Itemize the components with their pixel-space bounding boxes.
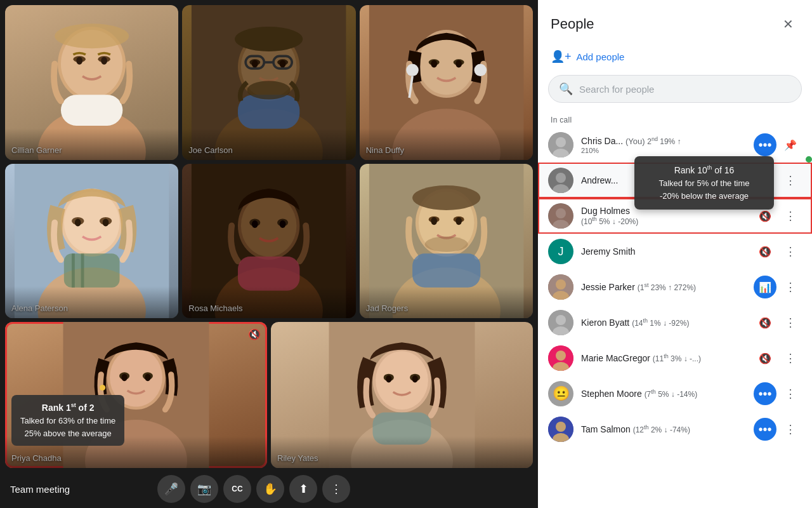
dug-more-button[interactable]: ⋮ [779, 204, 802, 227]
people-panel: People ✕ 👤+ Add people 🔍 In call [538, 0, 812, 508]
svg-point-6 [76, 57, 82, 65]
svg-point-41 [103, 218, 109, 226]
close-icon: ✕ [783, 17, 794, 32]
svg-point-16 [252, 60, 258, 67]
jeremy-avatar-letter: J [558, 245, 564, 258]
mic-button[interactable]: 🎤 [157, 475, 185, 503]
priya-tooltip-talked: Talked for 63% of the time [20, 415, 115, 427]
avatar-jessie [548, 274, 573, 300]
svg-point-48 [241, 194, 297, 256]
hand-button[interactable]: ✋ [256, 475, 284, 503]
person-info-chris: Chris Da... (You) 2nd 19% ↑ [581, 135, 746, 147]
kieron-actions: 🔇 ⋮ [754, 311, 802, 334]
jessie-actions: 📊 ⋮ [754, 276, 802, 298]
section-in-call-label: In call [538, 108, 812, 127]
person-item-stephen[interactable]: 😐 Stephen Moore (7th 5% ↓ -14%) ••• ⋮ [538, 376, 812, 411]
chris-stats: 2nd 19% ↑ [647, 137, 681, 146]
search-input[interactable] [579, 84, 791, 95]
svg-point-71 [122, 374, 128, 382]
chris-pin-button[interactable]: 📌 [779, 133, 802, 156]
close-button[interactable]: ✕ [776, 13, 799, 36]
video-tile-cillian: Cillian Garner [5, 5, 178, 160]
video-tile-nina: Nina Duffy [360, 5, 533, 160]
person-info-kieron: Kieron Byatt (14th 1% ↓ -92%) [581, 317, 746, 328]
meeting-title: Team meeting [10, 484, 150, 495]
tam-menu-button[interactable]: ⋮ [779, 418, 802, 441]
search-bar[interactable]: 🔍 [548, 75, 802, 103]
svg-point-7 [101, 57, 107, 65]
svg-point-52 [280, 220, 286, 227]
jessie-name-line: Jessie Parker (1st 23% ↑ 272%) [581, 281, 746, 293]
tile-name-rosa: Rosa Michaels [188, 304, 242, 313]
jessie-eq-button[interactable]: 📊 [754, 276, 776, 298]
andrew-more-button[interactable]: ⋮ [779, 169, 802, 192]
video-tile-joe: Joe Carlson [182, 5, 355, 160]
camera-button[interactable]: 📷 [190, 475, 218, 503]
pin-icon: 📌 [784, 139, 797, 151]
person-item-kieron[interactable]: Kieron Byatt (14th 1% ↓ -92%) 🔇 ⋮ [538, 305, 812, 340]
kieron-mute-button[interactable]: 🔇 [754, 311, 776, 334]
video-tile-jad: Jad Rogers [360, 164, 533, 319]
svg-rect-63 [412, 253, 480, 288]
svg-point-8 [55, 23, 129, 48]
svg-point-73 [100, 385, 105, 391]
people-list: Chris Da... (You) 2nd 19% ↑ 210% ••• 📌 [538, 127, 812, 508]
marie-stats: (11th 3% ↓ -...) [653, 354, 701, 363]
bottom-bar: Team meeting 🎤 📷 CC ✋ ⬆ ⋮ [0, 470, 538, 508]
kieron-mute-icon: 🔇 [759, 317, 771, 329]
panel-title: People [551, 16, 594, 32]
svg-point-51 [252, 220, 258, 227]
person-item-jessie[interactable]: Jessie Parker (1st 23% ↑ 272%) 📊 ⋮ [538, 269, 812, 305]
svg-point-30 [455, 60, 462, 67]
person-item-tam[interactable]: Tam Salmon (12th 2% ↓ -74%) ••• ⋮ [538, 411, 812, 447]
svg-point-32 [474, 64, 486, 76]
chris-more-button[interactable]: ••• [754, 133, 776, 156]
svg-rect-53 [238, 257, 299, 291]
video-panel: Cillian Garner [0, 0, 538, 508]
jeremy-more-button[interactable]: ⋮ [779, 240, 802, 263]
kieron-more-button[interactable]: ⋮ [779, 311, 802, 334]
video-tile-priya: 🔇 Rank 1st of 2 Talked for 63% of the ti… [5, 322, 267, 468]
stephen-more-button[interactable]: ••• [754, 382, 776, 405]
andrew-actions: ⋮ [779, 169, 802, 192]
avatar-dug [548, 203, 573, 229]
add-people-button[interactable]: 👤+ Add people [538, 43, 812, 70]
jeremy-mute-button[interactable]: 🔇 [754, 240, 776, 263]
svg-point-81 [412, 375, 418, 383]
kieron-name: Kieron Byatt [581, 318, 632, 328]
person-item-marie[interactable]: Marie MacGregor (11th 3% ↓ -...) 🔇 ⋮ [538, 340, 812, 376]
tile-name-alena: Alena Paterson [11, 304, 68, 313]
andrew-name: Andrew... [581, 175, 618, 185]
present-button[interactable]: ⬆ [289, 475, 317, 503]
svg-rect-82 [373, 413, 431, 445]
stephen-menu-button[interactable]: ⋮ [779, 382, 802, 405]
video-tile-alena: Alena Paterson [5, 164, 178, 319]
priya-rank-tooltip: Rank 1st of 2 Talked for 63% of the time… [11, 395, 124, 446]
marie-mute-button[interactable]: 🔇 [754, 347, 776, 370]
panel-header: People ✕ [538, 0, 812, 43]
tam-more-button[interactable]: ••• [754, 418, 776, 441]
captions-button[interactable]: CC [223, 475, 251, 503]
jeremy-name: Jeremy Smith [581, 246, 746, 257]
svg-point-61 [431, 217, 437, 225]
stephen-name: Stephen Moore [581, 389, 645, 399]
marie-more-button[interactable]: ⋮ [779, 347, 802, 370]
svg-point-62 [455, 217, 462, 225]
avatar-tam [548, 417, 573, 442]
tile-name-nina: Nina Duffy [366, 145, 404, 155]
jessie-more-button[interactable]: ⋮ [779, 276, 802, 298]
tam-stats: (12th 2% ↓ -74%) [633, 425, 690, 434]
dug-stats: (10th 5% ↓ -20%) [581, 216, 746, 226]
tile-name-cillian: Cillian Garner [11, 145, 62, 155]
video-tile-rosa: Rosa Michaels [182, 164, 355, 319]
add-people-label: Add people [577, 51, 625, 62]
avatar-jeremy: J [548, 239, 573, 264]
more-button[interactable]: ⋮ [322, 475, 350, 503]
svg-point-64 [424, 236, 468, 251]
person-item-jeremy[interactable]: J Jeremy Smith 🔇 ⋮ [538, 234, 812, 269]
svg-point-87 [556, 173, 566, 183]
andrew-tooltip-rank: Rank 10th of 16 [645, 164, 764, 177]
svg-point-72 [145, 374, 150, 382]
person-item-andrew[interactable]: Andrew... ⋮ Rank 10th of 16 Talked for 5… [538, 163, 812, 198]
jeremy-mute-icon: 🔇 [759, 246, 771, 258]
